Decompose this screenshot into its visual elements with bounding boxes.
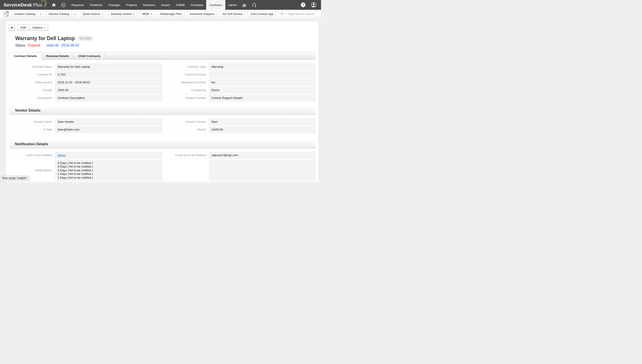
table-row: Description Contract Description Support… — [9, 94, 316, 102]
admanager-plus-button[interactable]: ADManager Plus — [157, 11, 184, 17]
field-label: Email ids to be Notified — [163, 152, 209, 159]
table-row: Notify Before 5 Days (Yet to be notified… — [9, 160, 316, 182]
help-icon[interactable]: ? — [298, 0, 308, 10]
field-label-empty — [163, 160, 209, 182]
edit-button-label: Edit — [21, 26, 26, 29]
field-value: C-010 — [55, 71, 163, 78]
field-value: Warranty — [209, 63, 316, 70]
button-label: Quick Actions — [83, 12, 100, 16]
action-button-row: Edit Actions ▾ — [5, 21, 319, 31]
notify-before-value: 5 Days (Yet to be notified ) 4 Days (Yet… — [55, 160, 163, 182]
button-label: MDM — [142, 12, 149, 16]
chevron-down-icon: ▾ — [151, 13, 152, 15]
page-title: Warranty for Dell Laptop — [15, 36, 75, 42]
field-label: Created By — [163, 87, 209, 94]
logo-text-primary: ServiceDesk — [4, 2, 32, 8]
vendor-details-table: Vendor Name Sam Vendor Contact Person Sa… — [9, 118, 316, 134]
top-navigation-bar: ServiceDesk Plus Requests Problems Chang… — [0, 0, 321, 10]
field-value: 2015.11.02 - 2016.08.02 — [55, 79, 163, 86]
nav-item-purchase[interactable]: Purchase — [188, 0, 206, 10]
nav-item-solutions[interactable]: Solutions — [140, 0, 158, 10]
users-to-be-notified-link[interactable]: Demo — [58, 154, 66, 157]
field-label: E-Mail — [9, 126, 55, 134]
user-avatar-icon[interactable] — [308, 0, 321, 10]
ad-self-service-button[interactable]: AD Self Service — [220, 11, 245, 17]
tab-child-contracts[interactable]: Child Contracts — [74, 52, 105, 60]
table-row: Users to be Notified Demo Email ids to b… — [9, 152, 316, 159]
home-icon[interactable] — [49, 0, 59, 10]
nav-item-cmdb[interactable]: CMDB — [173, 0, 188, 10]
dashboard-icon[interactable] — [59, 0, 69, 10]
back-arrow-icon — [10, 26, 13, 29]
global-search-box[interactable]: ▾ — [278, 11, 321, 17]
field-value: No — [209, 79, 316, 86]
field-value: Warranty for Dell Laptop — [55, 63, 163, 70]
contract-details-table: Contract Name Warranty for Dell Laptop C… — [9, 63, 316, 102]
reports-icon[interactable] — [240, 0, 249, 10]
logo-swoosh-icon — [40, 0, 47, 8]
chevron-down-icon: ▾ — [133, 13, 134, 15]
field-value: Demo — [209, 87, 316, 94]
chevron-down-icon: ▾ — [102, 13, 103, 15]
nav-spacer — [259, 0, 298, 10]
tab-bar: Contract Details Renewal Details Child C… — [9, 52, 316, 60]
field-value: - — [209, 71, 316, 78]
nav-item-admin[interactable]: Admin — [225, 0, 240, 10]
field-label: Parent Contract — [163, 71, 209, 78]
edit-button[interactable]: Edit — [18, 24, 29, 30]
contract-panel: Edit Actions ▾ Warranty for Dell Laptop … — [5, 21, 319, 182]
chevron-down-icon: ▾ — [72, 11, 77, 17]
button-label: Service Catalog — [49, 12, 69, 16]
nav-item-contracts[interactable]: Contracts — [206, 0, 225, 10]
incident-catalog-button[interactable]: Incident Catalog ▾ — [12, 11, 44, 17]
back-button[interactable] — [9, 24, 15, 31]
live-chat-icon[interactable] — [249, 0, 259, 10]
search-icon — [280, 12, 284, 16]
button-label: AD Self Service — [222, 12, 243, 16]
nav-item-requests[interactable]: Requests — [69, 0, 87, 10]
field-label: Contract Type — [163, 63, 209, 70]
mdm-button[interactable]: MDM ▾ — [140, 11, 155, 17]
search-input[interactable] — [286, 12, 321, 16]
desktop-central-button[interactable]: Desktop Central ▾ — [108, 11, 137, 17]
notify-line: 2 Days (Yet to be notified ) — [58, 172, 161, 176]
notify-line: 1 Days (Yet to be notified ) — [58, 176, 161, 180]
field-value: 2000.00 — [55, 87, 163, 94]
zoho-creator-app-button[interactable]: Zoho Creator App — [248, 11, 276, 17]
app-logo[interactable]: ServiceDesk Plus — [0, 0, 49, 10]
chevron-down-icon: ▾ — [44, 26, 45, 29]
table-row: Contract ID C-010 Parent Contract - — [9, 71, 316, 78]
table-row: Contract Name Warranty for Dell Laptop C… — [9, 63, 316, 70]
nav-item-assets[interactable]: Assets — [158, 0, 173, 10]
notify-line: 4 Days (Yet to be notified ) — [58, 165, 161, 168]
status-label: Status : — [15, 44, 27, 47]
field-value: Demo — [55, 152, 163, 159]
field-label: Contract ID — [9, 71, 55, 78]
notify-line: 5 Days (Yet to be notified ) — [58, 161, 161, 165]
advanced-analytics-button[interactable]: Advanced Analytics — [187, 11, 217, 17]
nav-item-projects[interactable]: Projects — [123, 0, 140, 10]
search-scope-caret-icon[interactable]: ▾ — [285, 13, 286, 15]
chevron-down-icon: ▾ — [38, 11, 44, 17]
add-request-icon — [4, 11, 9, 17]
svg-text:?: ? — [302, 3, 304, 7]
nav-item-problems[interactable]: Problems — [87, 0, 106, 10]
actions-button[interactable]: Actions ▾ — [29, 24, 48, 30]
nav-item-changes[interactable]: Changes — [106, 0, 123, 10]
service-catalog-button[interactable]: Service Catalog ▾ — [46, 11, 77, 17]
notify-line: 3 Days (Yet to be notified ) — [58, 169, 161, 172]
field-label: Support Details — [163, 94, 209, 102]
tab-renewal-details[interactable]: Renewal Details — [42, 52, 74, 60]
add-request-button[interactable] — [4, 11, 9, 17]
field-value-empty — [209, 160, 316, 182]
tab-contract-details[interactable]: Contract Details — [9, 52, 42, 60]
button-label: Zoho Creator App — [250, 12, 273, 16]
button-label: ADManager Plus — [160, 12, 182, 16]
field-label: Description — [9, 94, 55, 102]
field-value: Sam — [209, 118, 316, 126]
secondary-toolbar: Incident Catalog ▾ Service Catalog ▾ Qui… — [0, 10, 321, 18]
button-label: Desktop Central — [111, 12, 132, 16]
field-label: Cost($) — [9, 87, 55, 94]
quick-actions-button[interactable]: Quick Actions ▾ — [80, 11, 106, 17]
page-content: Edit Actions ▾ Warranty for Dell Laptop … — [0, 18, 321, 182]
